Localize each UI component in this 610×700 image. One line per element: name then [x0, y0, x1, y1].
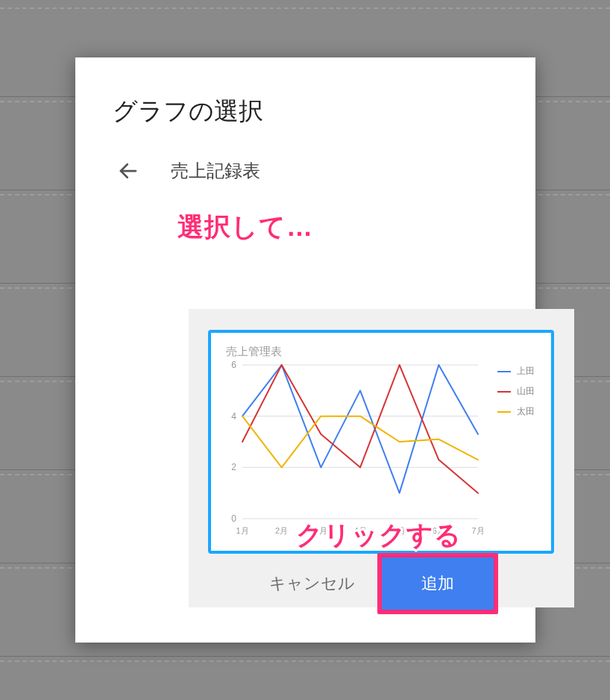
- svg-text:2: 2: [231, 462, 236, 472]
- legend-swatch: [497, 411, 511, 413]
- add-button[interactable]: 追加: [382, 557, 494, 610]
- chart-svg: 02461月2月3月4月5月6月7月: [224, 360, 538, 540]
- svg-text:1月: 1月: [236, 526, 248, 535]
- annotation-select: 選択して…: [177, 210, 313, 245]
- svg-text:6: 6: [231, 360, 236, 370]
- legend-item: 山田: [497, 385, 535, 398]
- legend-item: 上田: [497, 365, 535, 378]
- chart-select-dialog: グラフの選択 売上記録表 売上管理表 02461月2月3月4月5月6月7月 上田…: [75, 57, 535, 643]
- legend-item: 太田: [497, 405, 535, 418]
- dialog-title: グラフの選択: [113, 95, 498, 128]
- annotation-click: クリックする: [296, 518, 462, 553]
- add-button-highlight: 追加: [377, 553, 498, 614]
- svg-text:2月: 2月: [275, 526, 288, 535]
- svg-text:0: 0: [231, 513, 236, 524]
- chart-title: 売上管理表: [226, 345, 538, 359]
- svg-text:7月: 7月: [471, 526, 484, 535]
- chart-legend: 上田山田太田: [497, 365, 535, 425]
- legend-label: 太田: [517, 405, 535, 418]
- dialog-button-row: キャンセル 追加: [263, 553, 498, 614]
- sheet-selector-row: 売上記録表: [113, 158, 498, 184]
- svg-text:4: 4: [231, 411, 236, 422]
- sheet-name-label: 売上記録表: [171, 159, 260, 183]
- chart-body: 02461月2月3月4月5月6月7月 上田山田太田: [224, 360, 538, 540]
- cancel-button[interactable]: キャンセル: [263, 565, 361, 602]
- legend-label: 上田: [517, 365, 535, 378]
- legend-label: 山田: [517, 385, 535, 398]
- legend-swatch: [497, 391, 511, 393]
- legend-swatch: [497, 371, 511, 372]
- back-arrow-icon[interactable]: [116, 158, 141, 184]
